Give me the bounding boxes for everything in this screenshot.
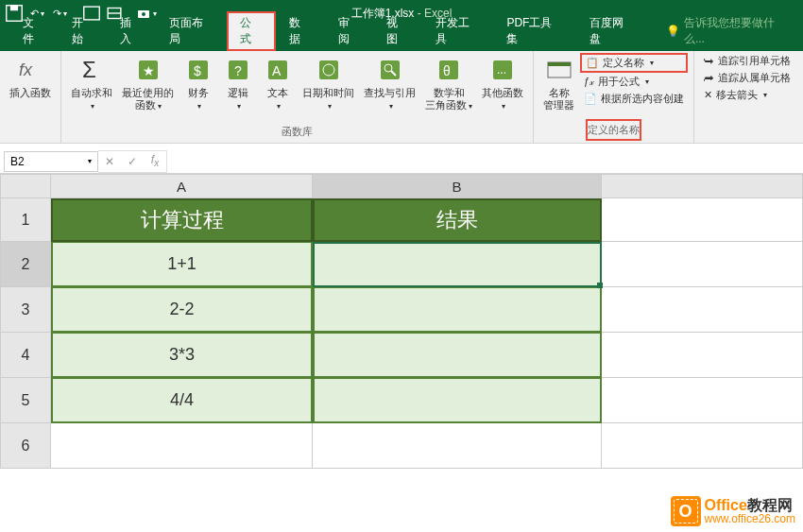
formula-input[interactable] [167,151,803,172]
tell-me-label: 告诉我您想要做什么... [684,15,794,47]
use-formula-icon: ƒ𝓍 [584,76,594,88]
cell-b5[interactable] [313,378,602,423]
cell-b1[interactable]: 结果 [313,198,602,242]
spreadsheet-grid: A B 1 计算过程 结果 2 1+1 3 2-2 4 3*3 [0,174,803,469]
fx-button-icon[interactable]: fx [144,151,166,172]
name-box-value: B2 [10,155,25,168]
ribbon: fx 插入函数 Σ 自动求和▾ ★ 最近使用的 函数▾ $ 财务▾ ? 逻辑▾ [0,51,803,144]
cell-c6[interactable] [602,423,803,469]
cell-a6[interactable] [51,423,313,469]
use-in-formula-button[interactable]: ƒ𝓍 用于公式 ▾ [580,74,688,90]
watermark: O Office教程网 www.office26.com [671,496,796,526]
create-from-selection-button[interactable]: 📄 根据所选内容创建 [580,91,688,107]
text-label: 文本 [267,87,288,98]
tab-pdf-tools[interactable]: PDF工具集 [493,11,575,51]
cell-a3[interactable]: 2-2 [51,287,313,333]
lookup-label: 查找与引用 [364,87,416,98]
remove-arrows-icon: ✕ [704,89,712,101]
row-header-3[interactable]: 3 [0,287,51,333]
watermark-brand: Office教程网 [705,497,796,514]
tab-formulas[interactable]: 公式 [227,11,276,51]
text-icon: A [263,55,293,85]
select-all-corner[interactable] [0,174,51,198]
cell-b2[interactable] [313,242,602,287]
svg-text:A: A [272,63,282,78]
trace-dep-icon: ⮫ [704,73,714,84]
confirm-formula-icon[interactable]: ✓ [121,151,144,172]
math-button[interactable]: θ 数学和 三角函数▾ [421,53,476,113]
group-label-names: 定义的名称 [586,119,641,141]
lookup-icon [375,55,405,85]
tab-home[interactable]: 开始 [59,11,108,51]
other-functions-button[interactable]: ... 其他函数▾ [478,53,527,113]
tab-page-layout[interactable]: 页面布局 [156,11,227,51]
window-title: 工作簿1.xlsx - Excel [351,6,453,22]
define-name-icon: 📋 [586,57,599,69]
row-header-6[interactable]: 6 [0,423,51,469]
fx-icon: fx [15,55,45,85]
ribbon-group-audit: ⮩ 追踪引用单元格 ⮫ 追踪从属单元格 ✕ 移去箭头 ▾ [694,51,800,143]
math-icon: θ [434,55,464,85]
name-box[interactable]: B2 ▾ [4,151,98,172]
autosum-label: 自动求和 [71,87,112,98]
tab-data[interactable]: 数据 [276,11,325,51]
define-name-button[interactable]: 📋 定义名称 ▾ [580,53,688,73]
group-label-library: 函数库 [67,123,527,141]
cell-c4[interactable] [602,333,803,378]
remove-arrows-button[interactable]: ✕ 移去箭头 ▾ [700,87,794,103]
autosum-button[interactable]: Σ 自动求和▾ [67,53,116,113]
cell-c2[interactable] [602,242,803,287]
financial-button[interactable]: $ 财务▾ [179,53,217,113]
trace-prec-icon: ⮩ [704,56,714,67]
lookup-button[interactable]: 查找与引用▾ [360,53,419,113]
trace-precedents-button[interactable]: ⮩ 追踪引用单元格 [700,53,794,69]
svg-text:★: ★ [143,63,155,78]
datetime-button[interactable]: 日期和时间▾ [299,53,358,113]
cell-a5[interactable]: 4/4 [51,378,313,423]
datetime-icon [314,55,344,85]
row-header-2[interactable]: 2 [0,242,51,287]
name-manager-button[interactable]: 名称 管理器 [539,53,578,113]
create-from-label: 根据所选内容创建 [601,92,684,106]
use-formula-label: 用于公式 [598,75,640,89]
tell-me-search[interactable]: 💡 告诉我您想要做什么... [666,15,794,51]
column-header-a[interactable]: A [51,174,313,198]
row-header-4[interactable]: 4 [0,333,51,378]
cell-c5[interactable] [602,378,803,423]
tab-insert[interactable]: 插入 [107,11,156,51]
row-header-1[interactable]: 1 [0,198,51,242]
cell-a2[interactable]: 1+1 [51,242,313,287]
cell-b4[interactable] [313,333,602,378]
insert-function-button[interactable]: fx 插入函数 [6,53,55,101]
svg-text:?: ? [234,63,242,78]
cell-a4[interactable]: 3*3 [51,333,313,378]
recent-functions-button[interactable]: ★ 最近使用的 函数▾ [118,53,178,113]
cell-a1[interactable]: 计算过程 [51,198,313,242]
cell-b3[interactable] [313,287,602,333]
trace-dependents-button[interactable]: ⮫ 追踪从属单元格 [700,70,794,86]
trace-prec-label: 追踪引用单元格 [718,54,791,68]
tab-baidu[interactable]: 百度网盘 [576,11,647,51]
cell-c1[interactable] [602,198,803,242]
lightbulb-icon: 💡 [666,25,680,38]
chevron-down-icon[interactable]: ▾ [88,157,92,165]
column-header-b[interactable]: B [313,174,602,198]
cancel-formula-icon[interactable]: ✕ [98,151,121,172]
tab-file[interactable]: 文件 [9,11,59,51]
text-button[interactable]: A 文本▾ [259,53,297,113]
watermark-url: www.office26.com [705,513,796,525]
cell-c3[interactable] [602,287,803,333]
svg-text:θ: θ [443,63,451,78]
logical-icon: ? [223,55,253,85]
svg-rect-17 [319,60,338,79]
row-header-5[interactable]: 5 [0,378,51,423]
recent-label: 最近使用的 函数 [122,87,174,111]
logical-button[interactable]: ? 逻辑▾ [219,53,257,113]
svg-text:Σ: Σ [82,57,96,82]
svg-rect-27 [548,62,571,66]
column-header-c[interactable] [602,174,803,198]
cell-b6[interactable] [313,423,602,469]
sigma-icon: Σ [77,55,107,85]
menu-bar: 文件 开始 插入 页面布局 公式 数据 审阅 视图 开发工具 PDF工具集 百度… [0,26,803,51]
svg-rect-19 [381,60,400,79]
